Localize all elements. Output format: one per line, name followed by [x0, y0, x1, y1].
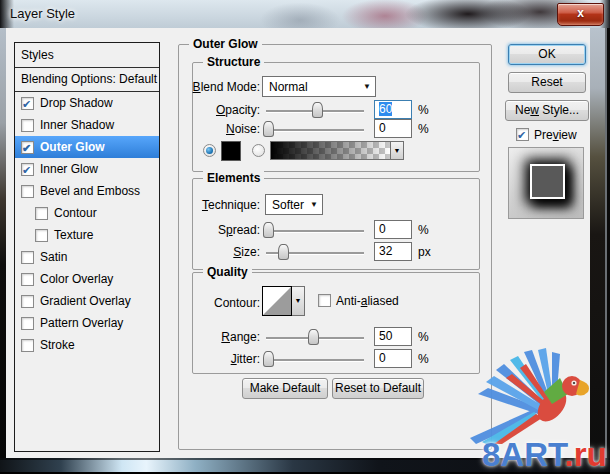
opacity-slider[interactable]: [266, 110, 364, 113]
window-border-right: [590, 28, 610, 458]
structure-group-title: Structure: [203, 55, 264, 69]
size-slider-thumb[interactable]: [278, 244, 289, 260]
chevron-down-icon[interactable]: ▼: [390, 142, 403, 159]
jitter-unit: %: [418, 352, 429, 366]
spread-slider[interactable]: [266, 230, 364, 233]
color-radio[interactable]: [203, 144, 216, 157]
sidebar-item-contour[interactable]: Contour: [15, 202, 159, 224]
opacity-label: Opacity:: [174, 103, 260, 117]
spread-label: Spread:: [174, 223, 260, 237]
sidebar-item-gradient-overlay[interactable]: Gradient Overlay: [15, 290, 159, 312]
color-swatch[interactable]: [221, 141, 241, 161]
sidebar-item-label: Texture: [54, 224, 93, 246]
sidebar-item-label: Pattern Overlay: [40, 312, 123, 334]
spread-value: 0: [379, 222, 386, 236]
blend-mode-label: Blend Mode:: [174, 80, 260, 94]
window-border-bottom: [0, 458, 610, 474]
outer-glow-group-title: Outer Glow: [189, 37, 262, 51]
sidebar-item-inner-shadow[interactable]: Inner Shadow: [15, 114, 159, 136]
checkbox-icon[interactable]: [21, 185, 34, 198]
sidebar-item-label: Gradient Overlay: [40, 290, 131, 312]
sidebar-item-pattern-overlay[interactable]: Pattern Overlay: [15, 312, 159, 334]
spread-slider-thumb[interactable]: [263, 222, 274, 238]
noise-value: 0: [379, 121, 386, 135]
noise-slider[interactable]: [266, 129, 364, 132]
technique-select[interactable]: Softer ▼: [265, 194, 323, 215]
noise-slider-thumb[interactable]: [263, 121, 274, 137]
size-label: Size:: [174, 245, 260, 259]
chevron-down-icon: ▼: [306, 200, 322, 209]
jitter-value: 0: [379, 351, 386, 365]
quality-group-title: Quality: [203, 265, 252, 279]
sidebar-item-stroke[interactable]: Stroke: [15, 334, 159, 356]
jitter-slider-thumb[interactable]: [263, 351, 274, 367]
size-unit: px: [418, 245, 431, 259]
checkbox-icon[interactable]: [21, 339, 34, 352]
spread-input[interactable]: 0: [374, 220, 412, 239]
window-title: Layer Style: [10, 6, 75, 21]
sidebar-item-inner-glow[interactable]: Inner Glow: [15, 158, 159, 180]
sidebar-item-label: Bevel and Emboss: [40, 180, 140, 202]
layer-style-dialog: Layer Style x Styles Blending Options: D…: [0, 0, 610, 474]
contour-picker[interactable]: ▼: [262, 286, 305, 316]
opacity-input[interactable]: 60: [374, 100, 412, 119]
sidebar-item-label: Outer Glow: [40, 136, 105, 158]
opacity-slider-thumb[interactable]: [312, 102, 323, 118]
range-slider-thumb[interactable]: [308, 329, 319, 345]
checkbox-icon[interactable]: [35, 207, 48, 220]
jitter-slider[interactable]: [266, 359, 364, 362]
anti-aliased-checkbox[interactable]: [318, 294, 331, 307]
noise-unit: %: [418, 122, 429, 136]
checkbox-icon[interactable]: [21, 97, 34, 110]
sidebar-item-outer-glow[interactable]: Outer Glow: [15, 136, 159, 158]
sidebar-item-blending-options[interactable]: Blending Options: Default: [15, 68, 159, 92]
range-input[interactable]: 50: [374, 327, 412, 346]
spread-unit: %: [418, 223, 429, 237]
jitter-label: Jitter:: [174, 352, 260, 366]
sidebar-item-bevel-and-emboss[interactable]: Bevel and Emboss: [15, 180, 159, 202]
contour-label: Contour:: [174, 296, 260, 310]
sidebar-item-label: Satin: [40, 246, 67, 268]
make-default-button[interactable]: Make Default: [242, 378, 328, 399]
chevron-down-icon[interactable]: ▼: [292, 286, 305, 316]
close-button[interactable]: x: [557, 3, 604, 26]
checkbox-icon[interactable]: [35, 229, 48, 242]
preview-checkbox[interactable]: [516, 128, 529, 141]
titlebar[interactable]: Layer Style x: [0, 0, 610, 28]
new-style-button[interactable]: New Style...: [505, 100, 589, 121]
opacity-value: 60: [379, 102, 392, 116]
blend-mode-select[interactable]: Normal ▼: [262, 76, 376, 97]
checkbox-icon[interactable]: [21, 163, 34, 176]
jitter-input[interactable]: 0: [374, 349, 412, 368]
technique-value: Softer: [272, 198, 304, 212]
reset-to-default-button[interactable]: Reset to Default: [332, 378, 424, 399]
size-slider[interactable]: [266, 252, 364, 255]
sidebar-item-label: Stroke: [40, 334, 75, 356]
gradient-radio[interactable]: [252, 144, 265, 157]
reset-button[interactable]: Reset: [508, 72, 586, 93]
sidebar-item-color-overlay[interactable]: Color Overlay: [15, 268, 159, 290]
checkbox-icon[interactable]: [21, 317, 34, 330]
size-value: 32: [379, 244, 392, 258]
checkbox-icon[interactable]: [21, 295, 34, 308]
checkbox-icon[interactable]: [21, 119, 34, 132]
sidebar-item-satin[interactable]: Satin: [15, 246, 159, 268]
preview-glow-square: [530, 164, 565, 199]
checkbox-icon[interactable]: [21, 273, 34, 286]
sidebar-item-label: Color Overlay: [40, 268, 113, 290]
checkbox-icon[interactable]: [21, 141, 34, 154]
contour-thumbnail[interactable]: [262, 286, 292, 316]
range-slider[interactable]: [266, 337, 364, 340]
range-value: 50: [379, 329, 392, 343]
sidebar-item-drop-shadow[interactable]: Drop Shadow: [15, 92, 159, 114]
size-input[interactable]: 32: [374, 242, 412, 261]
sidebar-item-texture[interactable]: Texture: [15, 224, 159, 246]
ok-button[interactable]: OK: [508, 44, 586, 65]
styles-header: Styles: [15, 43, 159, 68]
noise-label: Noise:: [174, 122, 260, 136]
checkbox-icon[interactable]: [21, 251, 34, 264]
noise-input[interactable]: 0: [374, 119, 412, 138]
elements-group-title: Elements: [203, 171, 264, 185]
gradient-picker[interactable]: ▼: [270, 141, 404, 160]
gradient-swatch[interactable]: [271, 142, 390, 159]
